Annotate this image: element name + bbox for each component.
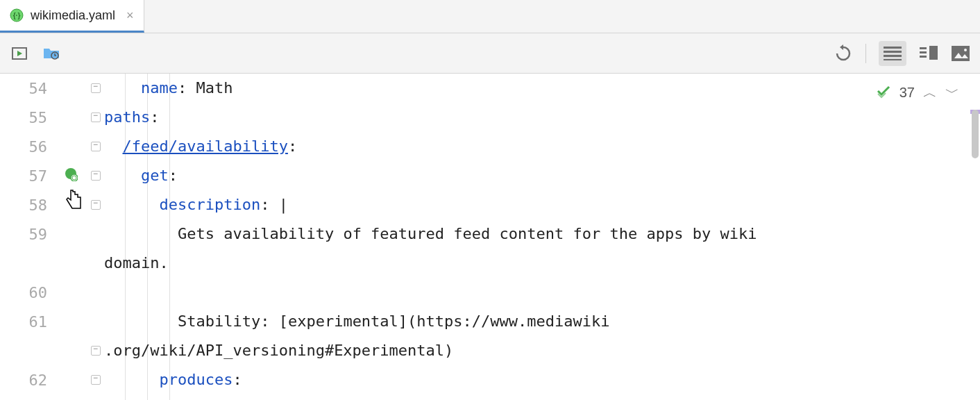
svg-rect-6 (884, 47, 902, 49)
fold-gutter (87, 74, 104, 400)
line-number (0, 249, 47, 278)
tab-bar: {·} wikimedia.yaml × (0, 0, 980, 33)
inspection-badge[interactable]: 37 ︿ ﹀ (876, 83, 959, 102)
svg-point-17 (964, 49, 967, 51)
code-line[interactable]: Stability: [experimental](https://www.me… (104, 307, 980, 336)
svg-rect-13 (929, 46, 938, 60)
fold-toggle[interactable] (91, 112, 101, 122)
close-icon[interactable]: × (126, 8, 134, 23)
fold-toggle[interactable] (91, 200, 101, 210)
svg-marker-5 (840, 44, 843, 50)
fold-toggle[interactable] (91, 375, 101, 385)
code-line[interactable]: get: (104, 161, 980, 190)
code-line[interactable]: produces: (104, 365, 980, 394)
fold-toggle[interactable] (91, 142, 101, 151)
code-line[interactable]: /feed/availability: (104, 132, 980, 161)
line-number: 62 (0, 365, 47, 394)
view-split-icon[interactable] (919, 44, 938, 63)
gutter-icons (54, 74, 87, 400)
fold-toggle[interactable] (91, 346, 101, 356)
chevron-up-icon[interactable]: ︿ (923, 83, 937, 102)
line-number: 54 (0, 74, 47, 103)
svg-rect-14 (952, 46, 970, 61)
line-number: 55 (0, 103, 47, 132)
toolbar (0, 33, 980, 74)
view-text-icon[interactable] (879, 41, 906, 66)
openapi-file-icon: {·} (10, 8, 24, 22)
code-line[interactable]: Gets availability of featured feed conte… (104, 219, 980, 249)
view-image-icon[interactable] (951, 44, 970, 63)
run-endpoint-icon[interactable] (64, 167, 78, 184)
code-line[interactable]: domain. (104, 249, 980, 278)
tab-filename: wikimedia.yaml (31, 8, 115, 23)
scrollbar-thumb[interactable] (972, 110, 979, 158)
checkmark-icon (876, 83, 891, 102)
line-number (0, 336, 47, 365)
svg-rect-7 (884, 51, 902, 53)
reload-icon[interactable] (834, 44, 853, 63)
svg-marker-3 (17, 51, 22, 56)
line-number: 57 (0, 161, 47, 190)
code-line[interactable]: description: | (104, 190, 980, 219)
folder-reload-icon[interactable] (42, 44, 61, 63)
svg-rect-10 (920, 47, 927, 49)
inspection-count: 37 (899, 85, 915, 101)
run-button[interactable] (10, 44, 29, 63)
line-number: 58 (0, 190, 47, 219)
svg-rect-9 (884, 59, 902, 60)
fold-toggle[interactable] (91, 171, 101, 181)
line-number: 56 (0, 132, 47, 161)
line-number: 60 (0, 278, 47, 307)
line-number: 61 (0, 307, 47, 336)
code-line[interactable]: paths: (104, 103, 980, 132)
svg-rect-8 (884, 55, 902, 57)
code-line[interactable] (104, 278, 980, 307)
code-area[interactable]: name: Math paths: /feed/availability: ge… (104, 74, 980, 400)
chevron-down-icon[interactable]: ﹀ (945, 83, 959, 102)
svg-rect-12 (920, 56, 927, 58)
code-line[interactable]: .org/wiki/API_versioning#Experimental) (104, 336, 980, 365)
svg-text:{·}: {·} (13, 12, 21, 19)
tab-wikimedia[interactable]: {·} wikimedia.yaml × (0, 0, 144, 33)
line-number: 59 (0, 219, 47, 249)
divider (865, 44, 866, 63)
fold-toggle[interactable] (91, 83, 101, 93)
editor[interactable]: 54 55 56 57 58 59 60 61 62 (0, 74, 980, 400)
svg-rect-11 (920, 51, 927, 53)
line-number-gutter: 54 55 56 57 58 59 60 61 62 (0, 74, 54, 400)
code-line[interactable]: name: Math (104, 74, 980, 103)
